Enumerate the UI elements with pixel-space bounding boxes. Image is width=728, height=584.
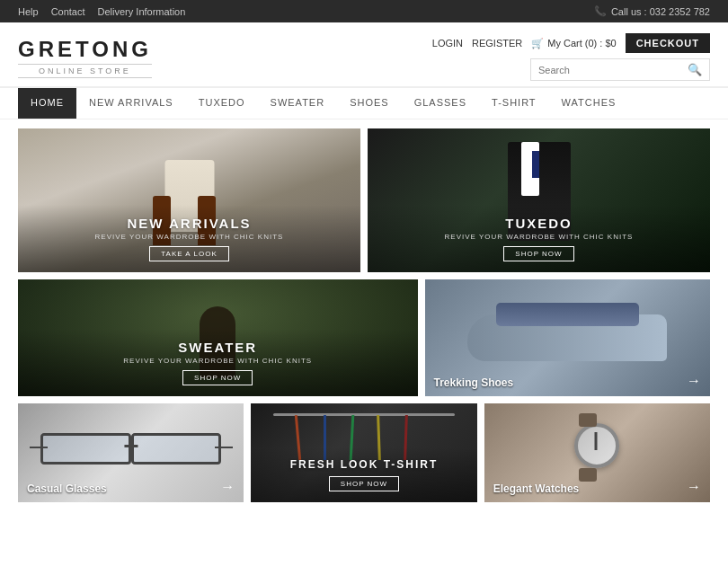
watches-label: Elegant Watches (493, 482, 580, 495)
register-link[interactable]: REGISTER (472, 38, 522, 49)
main-nav: HOME NEW ARRIVALS TUXEDO SWEATER SHOES G… (0, 87, 728, 119)
nav-tuxedo[interactable]: TUXEDO (186, 88, 258, 119)
banner-arrivals[interactable]: NEW ARRIVALS REVIVE YOUR WARDROBE WITH C… (18, 128, 360, 272)
nav-sweater[interactable]: SWEATER (258, 88, 338, 119)
banner-row-2: SWEATER REVIVE YOUR WARDROBE WITH CHIC K… (18, 279, 710, 396)
nav-shoes[interactable]: SHOES (337, 88, 402, 119)
header-right: LOGIN REGISTER 🛒 My Cart (0) : $0 CHECKO… (432, 33, 710, 81)
banner-row-3: Casual Glasses → FRESH LOOK T-SHIRT SHOP… (18, 403, 710, 502)
banner-sweater[interactable]: SWEATER REVIVE YOUR WARDROBE WITH CHIC K… (18, 279, 418, 396)
checkout-button[interactable]: CHECKOUT (626, 33, 710, 53)
banner-section: NEW ARRIVALS REVIVE YOUR WARDROBE WITH C… (0, 119, 728, 518)
sweater-title: SWEATER (29, 340, 407, 355)
banner-tshirt[interactable]: FRESH LOOK T-SHIRT SHOP NOW (251, 403, 476, 502)
header-actions: LOGIN REGISTER 🛒 My Cart (0) : $0 CHECKO… (432, 33, 710, 53)
sweater-sub: REVIVE YOUR WARDROBE WITH CHIC KNITS (29, 357, 407, 365)
nav-new-arrivals[interactable]: NEW ARRIVALS (76, 88, 186, 119)
nav-tshirt[interactable]: T-SHIRT (479, 88, 549, 119)
cart-button[interactable]: 🛒 My Cart (0) : $0 (531, 38, 616, 49)
banner-tuxedo[interactable]: TUXEDO REVIVE YOUR WARDROBE WITH CHIC KN… (368, 128, 710, 272)
banner-watches[interactable]: Elegant Watches → (484, 403, 710, 502)
page-wrapper: Help Contact Delivery Information 📞 Call… (0, 0, 728, 584)
cart-icon: 🛒 (531, 38, 544, 49)
tuxedo-sub: REVIVE YOUR WARDROBE WITH CHIC KNITS (378, 233, 699, 241)
arrivals-sub: REVIVE YOUR WARDROBE WITH CHIC KNITS (29, 233, 350, 241)
nav-home[interactable]: HOME (18, 88, 76, 119)
shoes-label: Trekking Shoes (434, 376, 514, 389)
banner-glasses[interactable]: Casual Glasses → (18, 403, 244, 502)
search-box[interactable]: 🔍 (530, 58, 710, 81)
arrivals-btn[interactable]: TAKE A LOOK (149, 246, 228, 261)
tuxedo-btn[interactable]: SHOP NOW (503, 246, 573, 261)
login-link[interactable]: LOGIN (432, 38, 463, 49)
tuxedo-title: TUXEDO (378, 216, 699, 231)
sweater-btn[interactable]: SHOP NOW (182, 370, 253, 385)
banner-shoes[interactable]: Trekking Shoes → (425, 279, 711, 396)
phone-number: Call us : 032 2352 782 (611, 6, 710, 17)
glasses-arrow[interactable]: → (220, 479, 235, 495)
nav-watches[interactable]: WATCHES (549, 88, 629, 119)
phone-icon: 📞 (594, 5, 607, 17)
sweater-overlay: SWEATER REVIVE YOUR WARDROBE WITH CHIC K… (18, 329, 418, 396)
nav-glasses[interactable]: GLASSES (402, 88, 479, 119)
tshirt-btn[interactable]: SHOP NOW (329, 476, 399, 491)
tshirt-overlay: FRESH LOOK T-SHIRT SHOP NOW (251, 447, 476, 502)
tshirt-title: FRESH LOOK T-SHIRT (262, 458, 466, 471)
shoes-arrow[interactable]: → (687, 373, 701, 389)
search-input[interactable] (538, 65, 688, 75)
help-link[interactable]: Help (18, 6, 39, 17)
cart-label: My Cart (0) : $0 (547, 38, 616, 49)
top-bar: Help Contact Delivery Information 📞 Call… (0, 0, 728, 22)
logo-name: GRETONG (18, 37, 152, 62)
contact-link[interactable]: Contact (51, 6, 85, 17)
logo-sub: ONLINE STORE (18, 64, 152, 78)
glasses-label: Casual Glasses (27, 482, 107, 495)
logo: GRETONG ONLINE STORE (18, 37, 152, 78)
watches-arrow[interactable]: → (687, 479, 701, 495)
top-bar-links: Help Contact Delivery Information (18, 6, 185, 17)
phone-info: 📞 Call us : 032 2352 782 (594, 5, 710, 17)
delivery-link[interactable]: Delivery Information (98, 6, 186, 17)
arrivals-overlay: NEW ARRIVALS REVIVE YOUR WARDROBE WITH C… (18, 205, 360, 272)
banner-row-1: NEW ARRIVALS REVIVE YOUR WARDROBE WITH C… (18, 128, 710, 272)
arrivals-title: NEW ARRIVALS (29, 216, 350, 231)
site-header: GRETONG ONLINE STORE LOGIN REGISTER 🛒 My… (0, 22, 728, 87)
search-icon[interactable]: 🔍 (688, 63, 702, 76)
tuxedo-overlay: TUXEDO REVIVE YOUR WARDROBE WITH CHIC KN… (368, 205, 710, 272)
